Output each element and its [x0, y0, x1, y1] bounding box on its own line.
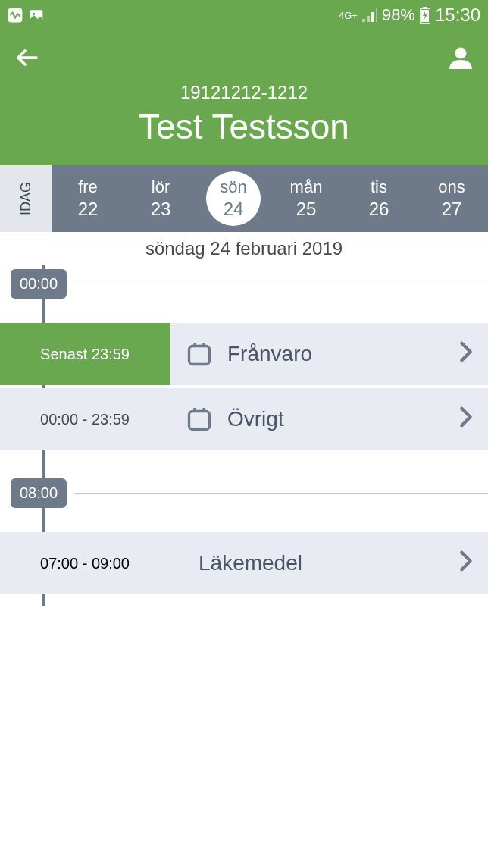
day-name: ons — [438, 177, 465, 197]
person-id: 19121212-1212 — [12, 82, 476, 103]
event-lakemedel[interactable]: 07:00 - 09:00 Läkemedel — [0, 532, 488, 594]
day-item-lor[interactable]: lör 23 — [133, 171, 188, 226]
event-time-label: Senast 23:59 — [0, 323, 170, 385]
back-button[interactable] — [12, 42, 42, 73]
time-badge: 00:00 — [11, 269, 67, 299]
battery-icon — [420, 7, 430, 24]
calendar-icon — [185, 340, 214, 368]
day-num: 26 — [369, 199, 389, 220]
today-button[interactable]: IDAG — [0, 165, 52, 232]
day-num: 24 — [224, 199, 244, 220]
day-item-ons[interactable]: ons 27 — [424, 171, 479, 226]
image-icon — [29, 8, 44, 23]
day-item-fre[interactable]: fre 22 — [61, 171, 115, 226]
network-indicator: 4G+ — [339, 10, 358, 21]
svg-rect-11 — [189, 412, 210, 430]
day-name: tis — [371, 177, 387, 197]
current-date-label: söndag 24 februari 2019 — [0, 232, 488, 265]
battery-percent: 98% — [382, 5, 415, 25]
calendar-icon — [185, 405, 214, 434]
timeline: 00:00 Senast 23:59 Frånvaro 00:00 - 23:5… — [0, 265, 488, 606]
clock-time: 15:30 — [435, 5, 480, 26]
day-num: 27 — [442, 199, 462, 220]
event-title: Frånvaro — [227, 342, 446, 366]
chevron-right-icon — [459, 550, 473, 577]
day-selector: IDAG fre 22 lör 23 sön 24 mån 25 tis 26 … — [0, 165, 488, 232]
event-franvaro[interactable]: Senast 23:59 Frånvaro — [0, 323, 488, 385]
event-time-label: 07:00 - 09:00 — [0, 532, 170, 594]
day-item-tis[interactable]: tis 26 — [352, 171, 406, 226]
svg-rect-8 — [189, 346, 210, 365]
time-marker-0800: 08:00 — [0, 475, 488, 511]
event-title: Övrigt — [227, 407, 446, 431]
status-bar: 4G+ 98% 15:30 — [0, 0, 488, 30]
day-name: fre — [78, 177, 98, 197]
activity-icon — [8, 8, 23, 23]
time-badge: 08:00 — [11, 478, 67, 508]
day-num: 22 — [78, 199, 99, 220]
day-item-man[interactable]: mån 25 — [279, 171, 333, 226]
days-scroll[interactable]: fre 22 lör 23 sön 24 mån 25 tis 26 ons 2… — [52, 165, 488, 232]
day-name: lör — [152, 177, 170, 197]
chevron-right-icon — [459, 341, 473, 368]
day-num: 25 — [296, 199, 317, 220]
signal-icon — [362, 8, 377, 22]
day-name: sön — [220, 177, 246, 197]
day-name: mån — [290, 177, 323, 197]
svg-rect-4 — [423, 7, 427, 9]
svg-point-2 — [33, 13, 35, 15]
svg-point-7 — [455, 48, 467, 59]
person-name: Test Testsson — [12, 106, 476, 147]
day-num: 23 — [151, 199, 171, 220]
event-ovrigt[interactable]: 00:00 - 23:59 Övrigt — [0, 388, 488, 450]
event-time-label: 00:00 - 23:59 — [0, 388, 170, 450]
event-title: Läkemedel — [199, 551, 446, 575]
profile-button[interactable] — [446, 42, 476, 73]
time-marker-0000: 00:00 — [0, 265, 488, 302]
day-item-son[interactable]: sön 24 — [206, 171, 261, 226]
app-header: 19121212-1212 Test Testsson — [0, 30, 488, 165]
chevron-right-icon — [459, 406, 473, 433]
